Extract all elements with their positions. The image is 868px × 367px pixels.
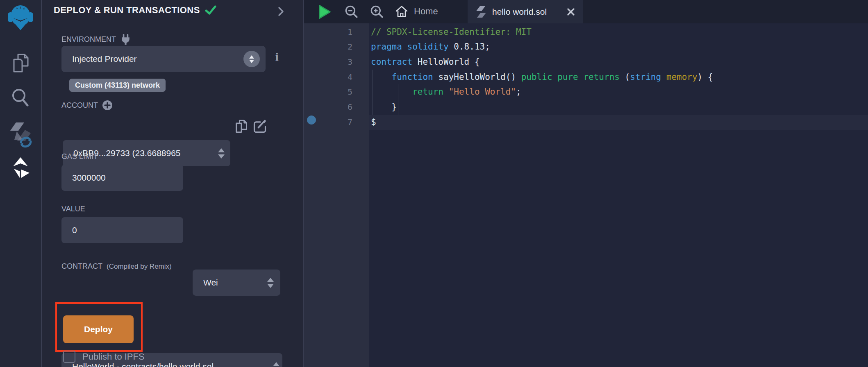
deploy-run-panel: DEPLOY & RUN TRANSACTIONS ENVIRONMENT In… [42, 0, 304, 367]
environment-label-text: ENVIRONMENT [61, 35, 116, 44]
run-script-button[interactable] [318, 4, 332, 21]
success-check-icon [205, 5, 216, 16]
tab-home-label: Home [414, 6, 438, 17]
annotation-highlight-box [55, 302, 143, 352]
copy-account-button[interactable] [234, 119, 248, 136]
gas-limit-label-text: GAS LIMIT [61, 152, 98, 161]
publish-ipfs-checkbox[interactable] [63, 351, 75, 363]
code-line-2[interactable]: 2pragma solidity 0.8.13; [304, 39, 868, 54]
line-number: 4 [304, 72, 352, 82]
tab-file-active[interactable]: hello world.sol [468, 0, 583, 23]
code-line-text: } [371, 102, 397, 112]
environment-label: ENVIRONMENT [61, 34, 131, 45]
icon-panel [0, 0, 42, 367]
value-label: VALUE [61, 205, 85, 213]
file-explorer-icon [11, 53, 30, 73]
environment-select-stepper-icon[interactable] [243, 51, 260, 67]
code-line-text: pragma solidity 0.8.13; [371, 42, 490, 52]
environment-value: Injected Provider [72, 54, 137, 64]
value-unit: Wei [203, 278, 218, 288]
sidebar-item-deploy-run[interactable] [0, 156, 41, 180]
code-line-text: // SPDX-License-Identifier: MIT [371, 27, 532, 37]
contract-select-arrows-icon [273, 353, 279, 367]
solidity-file-icon [476, 5, 486, 18]
value-label-text: VALUE [61, 205, 85, 213]
code-line-6[interactable]: 6 } [304, 100, 868, 115]
play-icon [318, 4, 332, 20]
environment-select[interactable]: Injected Provider [61, 46, 266, 72]
app-logo[interactable] [0, 2, 41, 33]
line-number: 7 [304, 117, 352, 127]
code-line-5[interactable]: 5 return "Hello World"; [304, 84, 868, 100]
edit-pencil-icon [252, 119, 267, 134]
network-badge: Custom (43113) network [69, 79, 166, 92]
copy-icon [234, 119, 248, 134]
sidebar-item-solidity-compiler[interactable] [0, 120, 41, 149]
code-line-text: $ [371, 117, 376, 127]
panel-title-text: DEPLOY & RUN TRANSACTIONS [54, 5, 200, 16]
plug-icon [120, 34, 131, 45]
editor-tabstrip: Home hello world.sol [304, 0, 868, 23]
code-line-text: contract HelloWorld { [371, 57, 480, 67]
value-input[interactable] [61, 217, 183, 243]
code-editor[interactable]: Home hello world.sol 1// SPDX-License-Id… [304, 0, 868, 367]
search-icon [10, 87, 31, 108]
publish-ipfs-label: Publish to IPFS [82, 351, 145, 362]
code-line-1[interactable]: 1// SPDX-License-Identifier: MIT [304, 24, 868, 39]
value-unit-select-arrows-icon [267, 270, 274, 296]
code-line-4[interactable]: 4 function sayHelloWorld() public pure r… [304, 69, 868, 84]
headset-logo-icon [5, 2, 36, 32]
add-account-plus-icon[interactable] [102, 100, 113, 111]
deploy-run-icon [9, 156, 32, 179]
zoom-out-icon [344, 5, 359, 19]
value-unit-select[interactable]: Wei [193, 270, 280, 296]
line-number: 5 [304, 87, 352, 97]
collapse-panel-chevron[interactable] [278, 7, 284, 18]
home-icon [395, 5, 408, 18]
gas-limit-input[interactable] [61, 165, 183, 191]
gas-limit-label: GAS LIMIT [61, 152, 98, 161]
code-line-text: return "Hello World"; [371, 87, 521, 97]
code-line-7[interactable]: 7$ [304, 114, 868, 129]
sidebar-item-search[interactable] [0, 86, 41, 109]
chevron-right-icon [278, 7, 284, 16]
contract-sublabel: (Compiled by Remix) [107, 263, 172, 271]
zoom-out-button[interactable] [344, 5, 359, 21]
contract-label: CONTRACT (Compiled by Remix) [61, 262, 172, 271]
sign-message-button[interactable] [252, 119, 267, 135]
close-tab-icon[interactable] [566, 7, 575, 16]
contract-label-text: CONTRACT [61, 262, 102, 271]
account-label: ACCOUNT [61, 100, 113, 111]
code-line-text: function sayHelloWorld() public pure ret… [371, 72, 713, 82]
line-number: 1 [304, 27, 352, 37]
contract-value: HelloWorld - contracts/hello world.sol [72, 362, 214, 367]
page-title: DEPLOY & RUN TRANSACTIONS [54, 5, 216, 16]
network-badge-text: Custom (43113) network [75, 81, 160, 90]
tab-file-label: hello world.sol [492, 7, 547, 17]
zoom-in-icon [370, 5, 384, 19]
environment-info-icon[interactable]: i [275, 51, 279, 63]
account-label-text: ACCOUNT [61, 101, 98, 110]
code-line-3[interactable]: 3contract HelloWorld { [304, 54, 868, 69]
tab-home[interactable]: Home [395, 5, 438, 18]
solidity-compiler-icon [8, 121, 33, 149]
sidebar-item-file-explorer[interactable] [0, 52, 41, 74]
account-select-arrows-icon [218, 140, 225, 166]
zoom-in-button[interactable] [370, 5, 384, 21]
line-number: 3 [304, 57, 352, 67]
line-number: 6 [304, 102, 352, 112]
line-number: 2 [304, 42, 352, 52]
